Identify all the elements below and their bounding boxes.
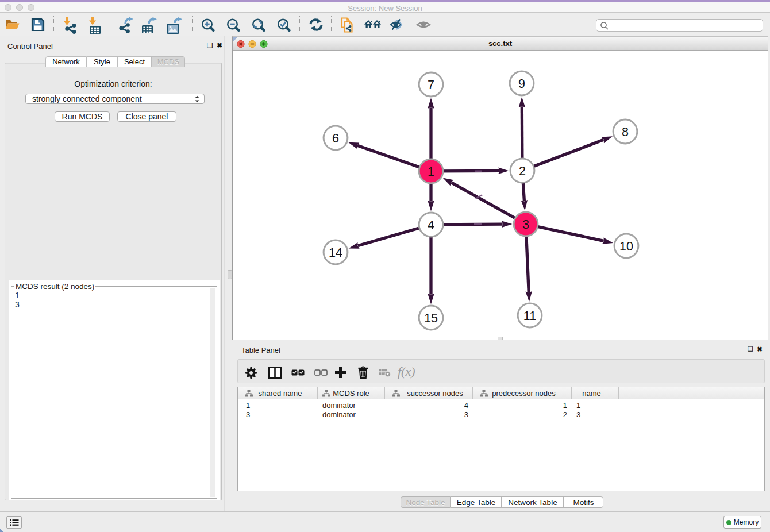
- svg-text:2: 2: [519, 164, 526, 178]
- svg-text:6: 6: [332, 132, 339, 145]
- svg-text:4: 4: [428, 218, 434, 232]
- svg-text:3: 3: [522, 218, 529, 232]
- svg-text:15: 15: [424, 311, 438, 325]
- svg-text:7: 7: [428, 78, 434, 92]
- svg-text:9: 9: [518, 77, 525, 91]
- svg-text:14: 14: [329, 246, 342, 260]
- svg-text:11: 11: [523, 309, 536, 323]
- svg-text:8: 8: [622, 125, 629, 139]
- svg-text:10: 10: [619, 240, 633, 253]
- svg-text:1: 1: [428, 165, 434, 179]
